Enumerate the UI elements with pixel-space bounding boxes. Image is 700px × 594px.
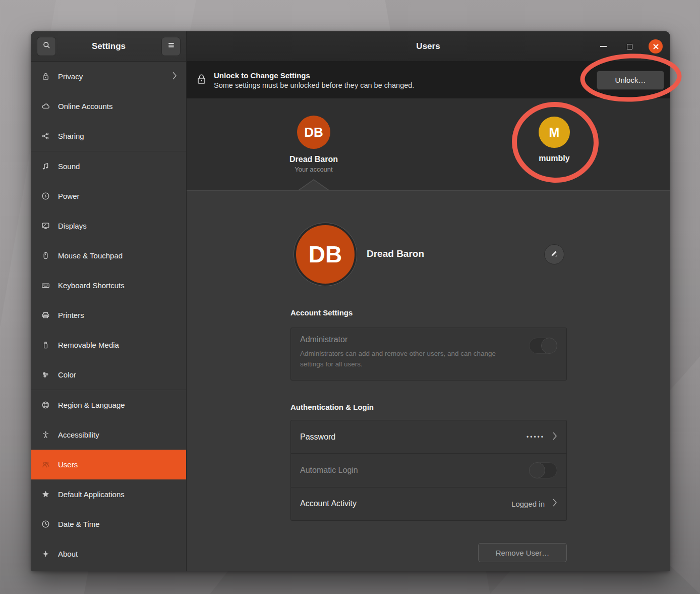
minimize-icon xyxy=(600,46,607,47)
sidebar: Settings Privacy Online Accounts xyxy=(31,31,187,571)
titlebar: Users xyxy=(187,31,670,62)
sidebar-item-label: Color xyxy=(58,370,177,379)
unlock-banner-subtitle: Some settings must be unlocked before th… xyxy=(214,81,597,89)
sidebar-item-keyboard-shortcuts[interactable]: Keyboard Shortcuts xyxy=(31,271,186,300)
sidebar-item-mouse-touchpad[interactable]: Mouse & Touchpad xyxy=(31,241,186,271)
search-icon xyxy=(42,41,51,51)
automatic-login-toggle[interactable] xyxy=(529,462,557,478)
account-activity-label: Account Activity xyxy=(300,499,511,508)
chevron-right-icon xyxy=(553,499,557,509)
unlock-banner: Unlock to Change Settings Some settings … xyxy=(187,62,670,98)
sidebar-item-label: Keyboard Shortcuts xyxy=(58,281,177,290)
mouse-icon xyxy=(41,251,50,260)
profile-avatar[interactable]: DB xyxy=(294,223,357,286)
account-activity-value: Logged in xyxy=(511,500,545,508)
password-label: Password xyxy=(300,433,527,442)
main-panel: Users Unlock to Change Settings Some set… xyxy=(187,31,670,571)
authentication-card: Password ••••• Automatic Login Account A… xyxy=(290,420,567,521)
sidebar-item-color[interactable]: Color xyxy=(31,360,186,390)
unlock-button[interactable]: Unlock… xyxy=(597,71,664,90)
remove-user-button[interactable]: Remove User… xyxy=(478,543,567,562)
user-subtitle: Your account xyxy=(273,166,354,173)
toggle-knob xyxy=(541,338,557,354)
automatic-login-label: Automatic Login xyxy=(300,466,529,475)
page-title: Users xyxy=(416,41,440,51)
chevron-right-icon xyxy=(172,72,177,81)
password-row[interactable]: Password ••••• xyxy=(291,420,566,453)
sidebar-item-sound[interactable]: Sound xyxy=(31,151,186,181)
lock-icon xyxy=(41,72,50,81)
sidebar-item-label: Sound xyxy=(58,162,177,171)
profile-name: Dread Baron xyxy=(367,248,424,259)
user-name: Dread Baron xyxy=(273,155,354,164)
clock-icon xyxy=(41,520,50,528)
sidebar-item-label: Power xyxy=(58,192,177,200)
music-note-icon xyxy=(41,162,50,171)
sidebar-item-label: Sharing xyxy=(58,132,177,140)
password-value: ••••• xyxy=(527,434,545,441)
sidebar-item-sharing[interactable]: Sharing xyxy=(31,121,186,151)
sidebar-item-region-language[interactable]: Region & Language xyxy=(31,390,186,420)
sidebar-header: Settings xyxy=(31,31,186,62)
sidebar-item-date-time[interactable]: Date & Time xyxy=(31,509,186,539)
hamburger-icon xyxy=(167,41,176,51)
sidebar-item-label: Removable Media xyxy=(58,341,177,349)
sidebar-item-label: Default Applications xyxy=(58,490,177,499)
sidebar-item-label: Mouse & Touchpad xyxy=(58,251,177,260)
minimize-button[interactable] xyxy=(596,31,610,62)
unlock-banner-title: Unlock to Change Settings xyxy=(214,71,597,80)
sidebar-item-power[interactable]: Power xyxy=(31,181,186,211)
section-title-account-settings: Account Settings xyxy=(290,308,353,317)
sidebar-item-label: Region & Language xyxy=(58,401,177,409)
avatar: M xyxy=(539,117,570,148)
administrator-label: Administrator xyxy=(300,335,557,344)
maximize-icon xyxy=(627,44,632,49)
sidebar-item-label: Privacy xyxy=(58,72,172,81)
printer-icon xyxy=(41,311,50,319)
lock-icon xyxy=(196,73,207,88)
sidebar-item-label: Displays xyxy=(58,222,177,230)
users-icon xyxy=(41,460,50,469)
maximize-button[interactable] xyxy=(622,31,636,62)
account-activity-row[interactable]: Account Activity Logged in xyxy=(291,487,566,520)
sidebar-item-label: Accessibility xyxy=(58,430,177,439)
close-icon xyxy=(649,39,663,53)
accessibility-icon xyxy=(41,430,50,439)
power-icon xyxy=(41,192,50,200)
unlock-banner-text: Unlock to Change Settings Some settings … xyxy=(214,71,597,89)
display-icon xyxy=(41,222,50,230)
edit-name-button[interactable] xyxy=(544,244,564,264)
pencil-icon xyxy=(550,249,559,260)
desktop-background: Settings Privacy Online Accounts xyxy=(0,0,700,594)
administrator-card: Administrator Administrators can add and… xyxy=(290,328,567,381)
sidebar-item-about[interactable]: About xyxy=(31,539,186,569)
sparkle-icon xyxy=(41,550,50,558)
administrator-toggle[interactable] xyxy=(529,338,557,354)
sidebar-item-label: Date & Time xyxy=(58,520,177,528)
sidebar-list: Privacy Online Accounts Sharing Sound xyxy=(31,62,186,571)
sidebar-item-label: About xyxy=(58,550,177,558)
toggle-knob xyxy=(529,462,545,478)
sidebar-item-displays[interactable]: Displays xyxy=(31,211,186,241)
menu-button[interactable] xyxy=(161,37,181,56)
user-card-mumbly[interactable]: M mumbly xyxy=(524,117,585,163)
selected-user-pointer xyxy=(299,180,329,191)
settings-window: Settings Privacy Online Accounts xyxy=(31,31,670,571)
sidebar-item-users[interactable]: Users xyxy=(31,450,186,479)
user-details-panel: DB Dread Baron Account Settings Administ… xyxy=(187,190,670,571)
sidebar-item-default-applications[interactable]: Default Applications xyxy=(31,479,186,509)
sidebar-item-accessibility[interactable]: Accessibility xyxy=(31,420,186,450)
keyboard-icon xyxy=(41,281,50,290)
flash-drive-icon xyxy=(41,341,50,349)
sidebar-item-online-accounts[interactable]: Online Accounts xyxy=(31,91,186,121)
star-icon xyxy=(41,490,50,499)
close-button[interactable] xyxy=(649,31,663,62)
color-profile-icon xyxy=(41,370,50,379)
sidebar-item-removable-media[interactable]: Removable Media xyxy=(31,330,186,360)
share-icon xyxy=(41,132,50,140)
automatic-login-row: Automatic Login xyxy=(291,453,566,487)
sidebar-item-printers[interactable]: Printers xyxy=(31,300,186,330)
user-card-dread-baron[interactable]: DB Dread Baron Your account xyxy=(273,116,354,173)
sidebar-item-privacy[interactable]: Privacy xyxy=(31,62,186,91)
search-button[interactable] xyxy=(37,37,56,56)
